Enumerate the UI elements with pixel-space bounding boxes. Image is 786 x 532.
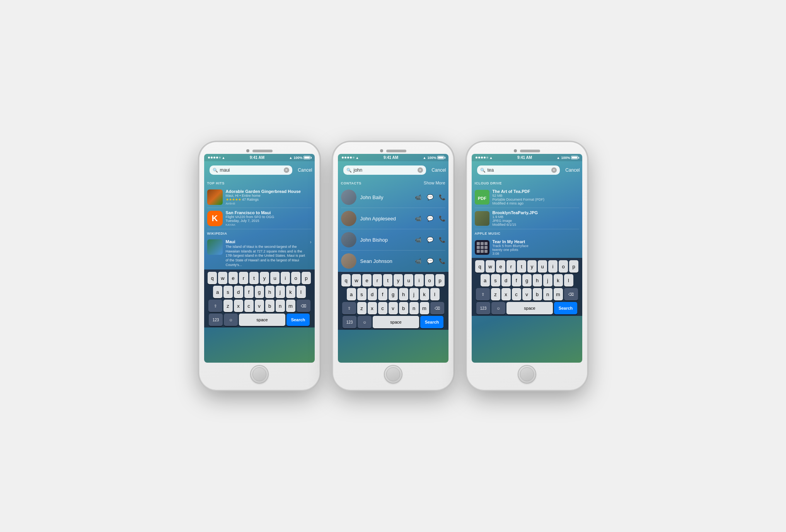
music-tear[interactable]: Tear In My Heart Track 5 from Blurryface… (475, 237, 579, 258)
search-cancel-2[interactable]: Cancel (431, 167, 446, 173)
key-num-2[interactable]: 123 (343, 316, 356, 328)
key-o-1[interactable]: o (291, 272, 300, 284)
search-clear-3[interactable]: ✕ (551, 167, 557, 173)
message-icon-4[interactable]: 💬 (427, 258, 433, 264)
key-l-2[interactable]: l (430, 288, 440, 300)
search-input-container-3[interactable]: 🔍 tea ✕ (477, 165, 560, 175)
key-y-2[interactable]: y (394, 274, 403, 286)
key-t-3[interactable]: t (517, 260, 526, 273)
key-i-1[interactable]: i (281, 272, 290, 284)
key-e-1[interactable]: e (228, 272, 238, 284)
key-k-2[interactable]: k (420, 288, 429, 300)
key-v-3[interactable]: v (522, 288, 532, 300)
key-w-2[interactable]: w (352, 274, 361, 286)
search-input-container-1[interactable]: 🔍 maui ✕ (210, 165, 293, 175)
key-delete-3[interactable]: ⌫ (564, 288, 578, 300)
key-x-3[interactable]: x (501, 288, 511, 300)
key-w-1[interactable]: w (218, 272, 227, 284)
key-y-3[interactable]: y (527, 260, 537, 273)
search-cancel-1[interactable]: Cancel (298, 167, 312, 173)
message-icon-3[interactable]: 💬 (427, 237, 433, 243)
result-airbnb[interactable]: Adorable Garden Gingerbread House Maui, … (207, 187, 312, 208)
key-m-2[interactable]: m (420, 302, 429, 314)
result-wiki[interactable]: Maui The island of Maui is the second-la… (207, 237, 312, 269)
contact-john-appleseed[interactable]: John Appleseed 📹 💬 📞 (341, 208, 445, 229)
video-icon-2[interactable]: 📹 (415, 215, 421, 222)
key-d-1[interactable]: d (234, 286, 243, 298)
key-space-1[interactable]: space (239, 314, 285, 326)
key-z-1[interactable]: z (223, 300, 233, 312)
key-h-2[interactable]: h (399, 288, 408, 300)
key-n-3[interactable]: n (543, 288, 552, 300)
phone-icon-4[interactable]: 📞 (439, 258, 445, 264)
search-bar-1[interactable]: 🔍 maui ✕ Cancel (206, 163, 312, 177)
key-g-1[interactable]: g (255, 286, 264, 298)
key-t-1[interactable]: t (249, 272, 259, 284)
key-emoji-1[interactable]: ☺ (224, 314, 238, 326)
phone-icon-1[interactable]: 📞 (439, 194, 445, 200)
show-more-btn[interactable]: Show More (424, 181, 445, 185)
key-j-1[interactable]: j (276, 286, 285, 298)
key-w-3[interactable]: w (486, 260, 495, 273)
key-p-3[interactable]: p (569, 260, 578, 273)
contact-john-baily[interactable]: John Baily 📹 💬 📞 (341, 187, 445, 208)
key-b-2[interactable]: b (399, 302, 408, 314)
key-y-1[interactable]: y (260, 272, 269, 284)
key-s-3[interactable]: s (491, 274, 500, 286)
search-bar-2[interactable]: 🔍 john ✕ Cancel (340, 163, 446, 177)
key-c-3[interactable]: c (512, 288, 521, 300)
key-r-2[interactable]: r (373, 274, 382, 286)
key-f-2[interactable]: f (378, 288, 387, 300)
key-l-1[interactable]: l (297, 286, 306, 298)
key-b-1[interactable]: b (265, 300, 275, 312)
key-i-3[interactable]: i (548, 260, 558, 273)
video-icon-4[interactable]: 📹 (415, 258, 421, 264)
key-q-1[interactable]: q (208, 272, 217, 284)
key-h-1[interactable]: h (265, 286, 275, 298)
key-a-1[interactable]: a (213, 286, 222, 298)
key-t-2[interactable]: t (383, 274, 392, 286)
key-r-3[interactable]: r (506, 260, 516, 273)
key-shift-2[interactable]: ⇧ (342, 302, 356, 314)
key-c-2[interactable]: c (378, 302, 387, 314)
search-button-2[interactable]: Search (420, 316, 443, 328)
key-c-1[interactable]: c (244, 300, 254, 312)
key-d-3[interactable]: d (501, 274, 511, 286)
key-i-2[interactable]: i (414, 274, 424, 286)
key-m-3[interactable]: m (554, 288, 563, 300)
key-space-2[interactable]: space (373, 316, 419, 328)
key-emoji-3[interactable]: ☺ (491, 302, 505, 314)
key-p-1[interactable]: p (302, 272, 311, 284)
search-input-container-2[interactable]: 🔍 john ✕ (343, 165, 426, 175)
key-n-2[interactable]: n (409, 302, 419, 314)
key-o-2[interactable]: o (425, 274, 434, 286)
key-delete-2[interactable]: ⌫ (430, 302, 444, 314)
key-u-1[interactable]: u (270, 272, 280, 284)
key-j-3[interactable]: j (543, 274, 552, 286)
key-h-3[interactable]: h (533, 274, 542, 286)
search-cancel-3[interactable]: Cancel (565, 167, 580, 173)
key-emoji-2[interactable]: ☺ (358, 316, 372, 328)
key-f-1[interactable]: f (244, 286, 254, 298)
key-v-2[interactable]: v (389, 302, 398, 314)
key-k-1[interactable]: k (286, 286, 295, 298)
key-x-1[interactable]: x (234, 300, 243, 312)
key-d-2[interactable]: d (368, 288, 377, 300)
key-delete-1[interactable]: ⌫ (297, 300, 310, 312)
key-z-2[interactable]: z (357, 302, 367, 314)
key-s-2[interactable]: s (357, 288, 367, 300)
key-space-3[interactable]: space (506, 302, 553, 314)
key-p-2[interactable]: p (435, 274, 445, 286)
home-button-2[interactable] (385, 366, 402, 383)
key-num-1[interactable]: 123 (209, 314, 223, 326)
key-a-3[interactable]: a (481, 274, 490, 286)
key-b-3[interactable]: b (533, 288, 542, 300)
search-bar-3[interactable]: 🔍 tea ✕ Cancel (474, 163, 580, 177)
key-f-3[interactable]: f (512, 274, 521, 286)
key-q-3[interactable]: q (475, 260, 484, 273)
key-k-3[interactable]: k (554, 274, 563, 286)
key-l-3[interactable]: l (564, 274, 573, 286)
key-g-3[interactable]: g (522, 274, 532, 286)
contact-sean-johnson[interactable]: Sean Johnson 📹 💬 📞 (341, 251, 445, 272)
key-g-2[interactable]: g (389, 288, 398, 300)
